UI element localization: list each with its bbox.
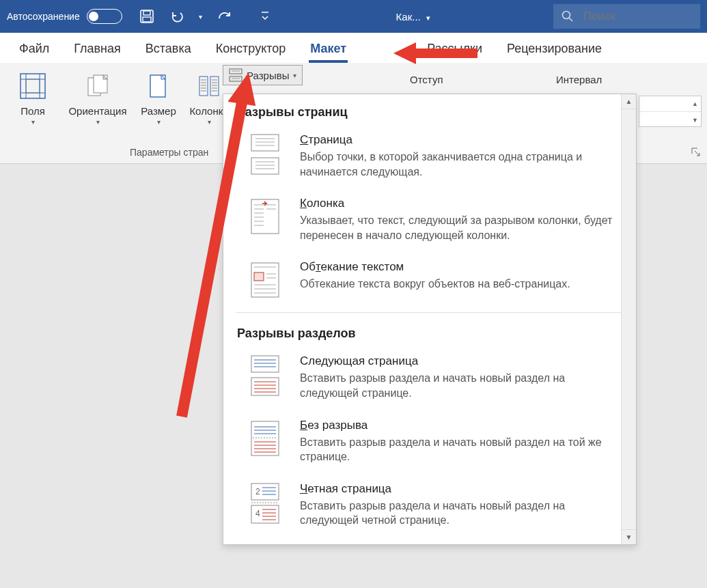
svg-rect-2	[143, 17, 151, 22]
break-textwrap-item[interactable]: Обтекание текстом Обтекание текста вокру…	[236, 252, 621, 309]
svg-text:4: 4	[255, 509, 260, 518]
undo-dropdown-caret[interactable]: ▾	[199, 13, 202, 20]
tab-design[interactable]: Конструктор	[204, 35, 299, 63]
scroll-down-icon[interactable]: ▼	[622, 529, 636, 544]
svg-rect-7	[26, 79, 40, 93]
ribbon-tabs: Файл Главная Вставка Конструктор Макет Р…	[0, 33, 707, 63]
spacing-spinner[interactable]: ▲ ▼	[639, 96, 702, 127]
svg-line-5	[569, 18, 572, 21]
margins-button[interactable]: Поля ▾	[5, 67, 60, 126]
text-wrap-icon	[245, 260, 285, 300]
undo-icon[interactable]	[169, 8, 185, 25]
item-desc: Выбор точки, в которой заканчивается одн…	[300, 150, 617, 179]
section-even-page-icon: 2 4	[245, 482, 285, 528]
scroll-up-icon[interactable]: ▲	[622, 94, 636, 109]
document-title[interactable]: Как... ▾	[273, 11, 553, 23]
page-break-icon	[245, 133, 285, 179]
section-continuous-icon	[245, 419, 285, 464]
item-title: Обтекание текстом	[300, 260, 617, 274]
breaks-icon	[229, 68, 242, 82]
page-breaks-header: Разрывы страниц	[236, 94, 621, 125]
svg-rect-15	[199, 76, 208, 96]
chevron-down-icon: ▾	[293, 72, 296, 79]
breaks-button[interactable]: Разрывы ▾	[223, 65, 303, 85]
spinner-down-icon[interactable]: ▼	[639, 112, 701, 128]
scrollbar[interactable]: ▲ ▼	[621, 94, 636, 544]
chevron-down-icon: ▾	[157, 118, 161, 126]
orientation-icon	[83, 68, 113, 104]
item-title: Без разрыва	[300, 419, 617, 432]
item-title: Следующая страница	[300, 354, 617, 368]
chevron-down-icon: ▾	[96, 118, 100, 126]
tab-file[interactable]: Файл	[7, 35, 61, 63]
svg-rect-31	[251, 135, 279, 151]
indent-label: Отступ	[410, 74, 443, 85]
margins-icon	[18, 68, 48, 104]
redo-icon[interactable]	[216, 8, 232, 25]
svg-rect-6	[20, 74, 45, 98]
search-icon	[562, 10, 574, 23]
quick-access-toolbar: ▾	[139, 8, 273, 25]
dialog-launcher-icon[interactable]	[691, 147, 703, 159]
item-desc: Вставить разрыв раздела и начать новый р…	[300, 371, 617, 400]
section-next-page-icon	[245, 354, 285, 400]
section-breaks-header: Разрывы разделов	[236, 316, 621, 346]
breaks-dropdown: ▲ ▼ Разрывы страниц Страница Выбор точки…	[223, 94, 637, 545]
item-title: Колонка	[300, 197, 617, 210]
autosave-toggle[interactable]	[87, 9, 122, 24]
column-break-icon	[245, 197, 285, 242]
break-column-item[interactable]: Колонка Указывает, что текст, следующий …	[236, 188, 621, 252]
item-title: Четная страница	[300, 482, 617, 496]
item-desc: Вставить разрыв раздела и начать новый р…	[300, 435, 617, 464]
autosave-control[interactable]: Автосохранение	[7, 9, 122, 24]
orientation-button[interactable]: Ориентация ▾	[60, 67, 135, 126]
chevron-down-icon: ▾	[31, 118, 35, 126]
break-page-item[interactable]: Страница Выбор точки, в которой заканчив…	[236, 125, 621, 188]
item-desc: Обтекание текста вокруг объектов на веб-…	[300, 277, 617, 292]
spinner-up-icon[interactable]: ▲	[639, 96, 701, 112]
tab-home[interactable]: Главная	[61, 35, 133, 63]
svg-rect-1	[143, 11, 150, 15]
item-desc: Указывает, что текст, следующий за разры…	[300, 213, 617, 242]
svg-rect-56	[251, 356, 279, 372]
svg-rect-16	[210, 76, 219, 96]
save-icon[interactable]	[139, 8, 155, 25]
size-icon	[145, 68, 172, 104]
search-input[interactable]	[583, 10, 692, 23]
break-next-page-item[interactable]: Следующая страница Вставить разрыв разде…	[236, 346, 621, 410]
tab-insert[interactable]: Вставка	[133, 35, 204, 63]
item-title: Страница	[300, 133, 617, 147]
svg-rect-32	[251, 158, 279, 174]
page-setup-group-label: Параметры стран	[130, 147, 208, 158]
break-even-page-item[interactable]: 2 4 Четная страница Вставить разрыв разд…	[236, 474, 621, 537]
size-button[interactable]: Размер ▾	[135, 67, 182, 126]
svg-point-4	[563, 12, 570, 19]
autosave-label: Автосохранение	[7, 11, 80, 22]
svg-text:2: 2	[255, 487, 260, 496]
svg-rect-57	[251, 378, 279, 395]
search-box[interactable]	[553, 4, 700, 29]
item-desc: Вставить разрыв раздела и начать новый р…	[300, 499, 617, 528]
chevron-down-icon: ▾	[208, 118, 211, 126]
title-bar: Автосохранение ▾ Как... ▾	[0, 0, 707, 33]
break-continuous-item[interactable]: Без разрыва Вставить разрыв раздела и на…	[236, 410, 621, 474]
spacing-label: Интервал	[556, 74, 602, 85]
columns-icon	[195, 68, 223, 104]
tab-review[interactable]: Рецензирование	[495, 35, 614, 63]
tab-mailings[interactable]: Рассылки	[359, 35, 495, 63]
svg-rect-49	[254, 272, 264, 281]
qat-customize-icon[interactable]	[257, 8, 273, 25]
tab-layout[interactable]: Макет	[298, 35, 359, 63]
